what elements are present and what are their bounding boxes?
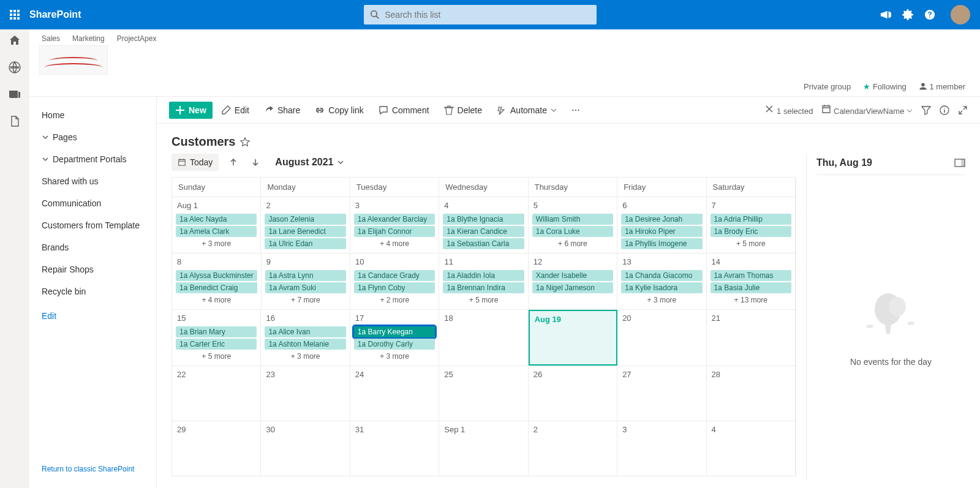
next-month[interactable] bbox=[248, 155, 263, 170]
more-events[interactable]: + 13 more bbox=[710, 295, 791, 306]
nav-recycle-bin[interactable]: Recycle bin bbox=[29, 280, 156, 302]
home-icon[interactable] bbox=[9, 34, 21, 47]
nav-dept-portals[interactable]: Department Portals bbox=[29, 148, 156, 170]
month-label[interactable]: August 2021 bbox=[275, 157, 343, 168]
calendar-event[interactable]: 1a Carter Eric bbox=[176, 339, 257, 350]
day-cell[interactable]: 21 bbox=[707, 310, 796, 366]
calendar-event[interactable]: 1a Alyssa Buckminster bbox=[176, 270, 257, 281]
more-events[interactable]: + 3 more bbox=[265, 351, 345, 362]
calendar-event[interactable]: 1a Barry Keegan bbox=[354, 326, 435, 337]
calendar-event[interactable]: 1a Basia Julie bbox=[710, 282, 791, 293]
more-button[interactable]: ⋯ bbox=[565, 102, 586, 119]
nav-pages[interactable]: Pages bbox=[29, 126, 156, 148]
calendar-event[interactable]: 1a Ashton Melanie bbox=[265, 339, 345, 350]
day-cell[interactable]: 24 bbox=[350, 366, 439, 421]
nav-repair-shops[interactable]: Repair Shops bbox=[29, 258, 156, 280]
help-icon[interactable] bbox=[924, 9, 936, 21]
calendar-event[interactable]: 1a Alexander Barclay bbox=[354, 214, 435, 225]
more-events[interactable]: + 2 more bbox=[354, 295, 435, 306]
calendar-event[interactable]: 1a Cora Luke bbox=[532, 226, 613, 237]
nav-communication[interactable]: Communication bbox=[29, 192, 156, 214]
comment-button[interactable]: Comment bbox=[372, 102, 435, 119]
breadcrumb-item[interactable]: Marketing bbox=[72, 34, 105, 43]
nav-shared[interactable]: Shared with us bbox=[29, 170, 156, 192]
calendar-event[interactable]: 1a Chanda Giacomo bbox=[621, 270, 702, 281]
calendar-event[interactable]: 1a Ulric Edan bbox=[265, 238, 345, 249]
day-cell[interactable]: 91a Astra Lynn1a Avram Suki+ 7 more bbox=[262, 253, 350, 309]
day-cell[interactable]: 101a Candace Grady1a Flynn Coby+ 2 more bbox=[350, 253, 439, 309]
automate-button[interactable]: Automate bbox=[491, 102, 563, 119]
day-cell[interactable]: 22 bbox=[172, 366, 261, 421]
day-cell[interactable]: 31a Alexander Barclay1a Elijah Connor+ 4… bbox=[350, 197, 439, 253]
calendar-event[interactable]: 1a Dorothy Carly bbox=[354, 339, 435, 350]
day-cell[interactable]: 141a Avram Thomas1a Basia Julie+ 13 more bbox=[707, 253, 796, 309]
day-cell[interactable]: 3 bbox=[617, 421, 706, 476]
nav-home[interactable]: Home bbox=[29, 104, 156, 126]
nav-edit[interactable]: Edit bbox=[29, 302, 156, 327]
expand-pane-icon[interactable] bbox=[954, 159, 965, 167]
view-selector[interactable]: CalendarViewName bbox=[821, 104, 913, 116]
calendar-event[interactable]: 1a Elijah Connor bbox=[354, 226, 435, 237]
day-cell[interactable]: 171a Barry Keegan1a Dorothy Carly+ 3 mor… bbox=[350, 310, 439, 366]
more-events[interactable]: + 3 more bbox=[621, 295, 702, 306]
day-cell[interactable]: 71a Adria Phillip1a Brody Eric+ 5 more bbox=[707, 197, 796, 253]
more-events[interactable]: + 5 more bbox=[443, 295, 524, 306]
day-cell[interactable]: 12Xander Isabelle1a Nigel Jameson bbox=[529, 253, 617, 309]
nav-brands[interactable]: Brands bbox=[29, 236, 156, 258]
app-launcher-icon[interactable] bbox=[5, 5, 24, 24]
calendar-event[interactable]: 1a Desiree Jonah bbox=[621, 214, 702, 225]
site-logo[interactable] bbox=[39, 45, 108, 75]
calendar-event[interactable]: 1a Adria Phillip bbox=[710, 214, 791, 225]
more-events[interactable]: + 4 more bbox=[176, 295, 257, 306]
search-box[interactable] bbox=[364, 5, 597, 24]
delete-button[interactable]: Delete bbox=[438, 102, 488, 119]
calendar-event[interactable]: 1a Brennan Indira bbox=[443, 282, 524, 293]
following-toggle[interactable]: ★ Following bbox=[863, 82, 907, 91]
nav-customers-template[interactable]: Customers from Template bbox=[29, 214, 156, 236]
members-link[interactable]: 1 member bbox=[919, 82, 965, 91]
day-cell[interactable]: 26 bbox=[529, 366, 617, 421]
more-events[interactable]: + 4 more bbox=[354, 238, 435, 249]
more-events[interactable]: + 6 more bbox=[532, 238, 613, 249]
more-events[interactable]: + 3 more bbox=[354, 351, 435, 362]
day-cell[interactable]: 61a Desiree Jonah1a Hiroko Piper1a Phyll… bbox=[617, 197, 706, 253]
day-cell[interactable]: 161a Alice Ivan1a Ashton Melanie+ 3 more bbox=[261, 310, 350, 366]
breadcrumb-item[interactable]: Sales bbox=[42, 34, 60, 43]
calendar-event[interactable]: Xander Isabelle bbox=[532, 270, 613, 281]
calendar-event[interactable]: 1a Kylie Isadora bbox=[621, 282, 702, 293]
day-cell[interactable]: 23 bbox=[261, 366, 350, 421]
day-cell[interactable]: 27 bbox=[617, 366, 706, 421]
more-events[interactable]: + 5 more bbox=[176, 351, 257, 362]
search-input[interactable] bbox=[385, 10, 590, 20]
day-cell[interactable]: 2Jason Zelenia1a Lane Benedict1a Ulric E… bbox=[261, 197, 350, 253]
calendar-event[interactable]: 1a Hiroko Piper bbox=[621, 226, 702, 237]
day-cell[interactable]: Aug 11a Alec Nayda1a Amela Clark+ 3 more bbox=[172, 197, 261, 253]
info-icon[interactable] bbox=[940, 105, 949, 115]
calendar-event[interactable]: William Smith bbox=[532, 214, 613, 225]
day-cell[interactable]: 111a Aladdin Iola1a Brennan Indira+ 5 mo… bbox=[439, 253, 528, 309]
breadcrumb-item[interactable]: ProjectApex bbox=[117, 34, 157, 43]
day-cell[interactable]: Sep 1 bbox=[439, 421, 528, 476]
calendar-event[interactable]: 1a Brody Eric bbox=[710, 226, 791, 237]
favorite-star-icon[interactable] bbox=[240, 137, 250, 147]
calendar-event[interactable]: 1a Flynn Coby bbox=[354, 282, 435, 293]
calendar-event[interactable]: 1a Brian Mary bbox=[176, 326, 257, 337]
classic-link[interactable]: Return to classic SharePoint bbox=[29, 457, 156, 481]
day-cell[interactable]: 18 bbox=[439, 310, 528, 366]
today-button[interactable]: Today bbox=[172, 154, 219, 171]
calendar-event[interactable]: 1a Avram Thomas bbox=[710, 270, 791, 281]
day-cell[interactable]: 2 bbox=[529, 421, 617, 476]
calendar-event[interactable]: 1a Aladdin Iola bbox=[443, 270, 524, 281]
day-cell[interactable]: Aug 19 bbox=[529, 310, 617, 366]
news-icon[interactable] bbox=[9, 88, 21, 100]
day-cell[interactable]: 31 bbox=[350, 421, 439, 476]
globe-icon[interactable] bbox=[9, 61, 21, 73]
calendar-event[interactable]: 1a Benedict Craig bbox=[176, 282, 257, 293]
calendar-event[interactable]: 1a Kieran Candice bbox=[443, 226, 524, 237]
expand-icon[interactable] bbox=[958, 105, 968, 115]
day-cell[interactable]: 30 bbox=[261, 421, 350, 476]
day-cell[interactable]: 81a Alyssa Buckminster1a Benedict Craig+… bbox=[172, 253, 262, 309]
prev-month[interactable] bbox=[226, 155, 241, 170]
calendar-event[interactable]: 1a Astra Lynn bbox=[265, 270, 346, 281]
calendar-event[interactable]: 1a Sebastian Carla bbox=[443, 238, 524, 249]
